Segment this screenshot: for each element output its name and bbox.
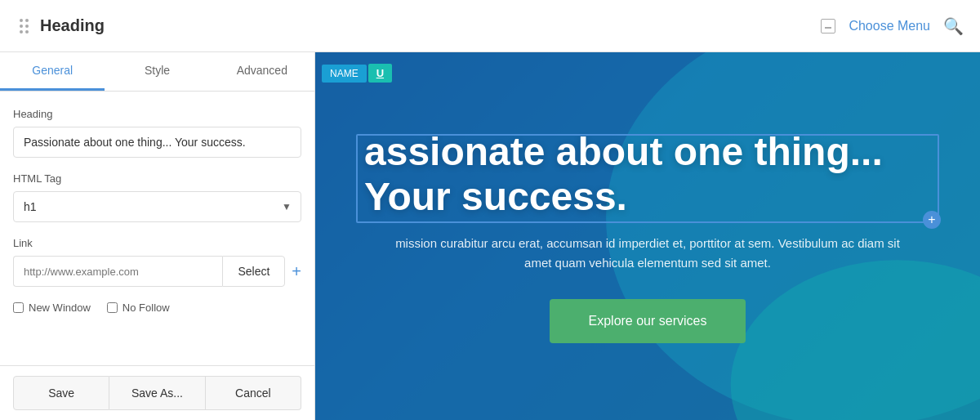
link-input[interactable] bbox=[13, 256, 222, 287]
html-tag-label: HTML Tag bbox=[13, 172, 301, 185]
no-follow-checkbox-label[interactable]: No Follow bbox=[107, 302, 170, 314]
link-label: Link bbox=[13, 237, 301, 249]
top-bar-right: Choose Menu 🔍 bbox=[821, 16, 964, 36]
hero-toolbar-u[interactable]: U bbox=[368, 64, 392, 83]
tab-general[interactable]: General bbox=[0, 52, 105, 91]
hero-toolbar-name[interactable]: NAME bbox=[322, 65, 367, 83]
hero-heading-text: assionate about one thing... Your succes… bbox=[364, 130, 883, 218]
side-panel: General Style Advanced Heading HTML Tag … bbox=[0, 52, 315, 420]
panel-content: Heading HTML Tag h1 h2 h3 h4 h5 h6 p div bbox=[0, 92, 314, 365]
no-follow-label: No Follow bbox=[122, 302, 170, 314]
heading-field-group: Heading bbox=[13, 108, 301, 158]
link-input-row: Select + bbox=[13, 256, 301, 287]
html-tag-select[interactable]: h1 h2 h3 h4 h5 h6 p div span bbox=[13, 191, 301, 222]
search-icon[interactable]: 🔍 bbox=[943, 16, 964, 36]
choose-menu-link[interactable]: Choose Menu bbox=[849, 19, 930, 34]
panel-title: Heading bbox=[40, 16, 105, 35]
tab-advanced[interactable]: Advanced bbox=[210, 52, 314, 91]
tab-style[interactable]: Style bbox=[105, 52, 209, 91]
hero-heading-wrapper: + assionate about one thing... Your succ… bbox=[364, 129, 931, 219]
new-window-checkbox-label[interactable]: New Window bbox=[13, 302, 91, 314]
panel-footer: Save Save As... Cancel bbox=[0, 365, 314, 420]
new-window-label: New Window bbox=[29, 302, 91, 314]
hero-toolbar: NAME U bbox=[315, 60, 980, 86]
html-tag-select-wrapper: h1 h2 h3 h4 h5 h6 p div span ▼ bbox=[13, 191, 301, 222]
heading-input[interactable] bbox=[13, 127, 301, 158]
save-as-button[interactable]: Save As... bbox=[109, 376, 205, 410]
drag-handle[interactable] bbox=[16, 16, 32, 37]
html-tag-field-group: HTML Tag h1 h2 h3 h4 h5 h6 p div span ▼ bbox=[13, 172, 301, 222]
add-link-icon[interactable]: + bbox=[292, 256, 301, 287]
no-follow-checkbox[interactable] bbox=[107, 302, 118, 313]
main-layout: General Style Advanced Heading HTML Tag … bbox=[0, 52, 980, 420]
heading-label: Heading bbox=[13, 108, 301, 120]
top-bar-left: Heading bbox=[16, 16, 105, 37]
hero-heading: assionate about one thing... Your succes… bbox=[364, 129, 931, 219]
save-button[interactable]: Save bbox=[13, 376, 109, 410]
tabs-bar: General Style Advanced bbox=[0, 52, 314, 92]
hero-subtext: mission curabitur arcu erat, accumsan id… bbox=[394, 234, 901, 273]
top-bar: Heading Choose Menu 🔍 bbox=[0, 0, 980, 52]
select-button[interactable]: Select bbox=[222, 256, 285, 287]
link-field-group: Link Select + bbox=[13, 237, 301, 287]
hero-cta-button[interactable]: Explore our services bbox=[550, 299, 746, 343]
minimize-button[interactable] bbox=[821, 19, 835, 34]
new-window-checkbox[interactable] bbox=[13, 302, 24, 313]
hero-section: NAME U + assionate about one thing... Yo… bbox=[315, 52, 980, 420]
checkboxes-row: New Window No Follow bbox=[13, 302, 301, 314]
cancel-button[interactable]: Cancel bbox=[206, 376, 301, 410]
hero-content: + assionate about one thing... Your succ… bbox=[364, 129, 931, 343]
